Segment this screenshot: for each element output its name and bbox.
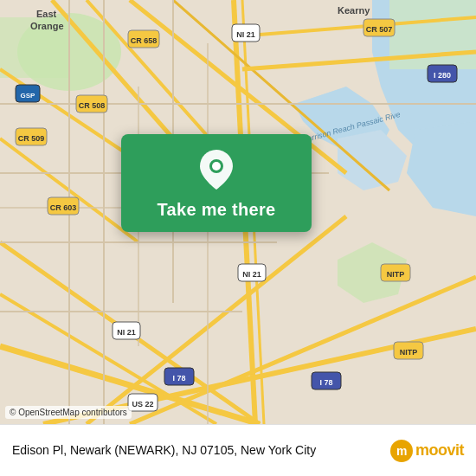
svg-text:US 22: US 22: [132, 400, 153, 408]
svg-text:NITP: NITP: [387, 270, 405, 279]
svg-text:Orange: Orange: [30, 21, 64, 31]
svg-text:CR 603: CR 603: [50, 203, 77, 212]
svg-text:I 78: I 78: [172, 374, 185, 383]
take-me-there-button[interactable]: Take me there: [121, 134, 312, 232]
osm-attribution: © OpenStreetMap contributors: [5, 406, 132, 419]
svg-point-70: [212, 162, 221, 170]
svg-text:NITP: NITP: [400, 348, 418, 357]
moovit-logo-mark: m: [390, 440, 413, 462]
svg-text:NI 21: NI 21: [242, 270, 261, 279]
location-pin-icon: [200, 150, 233, 193]
take-me-there-label: Take me there: [158, 200, 276, 220]
svg-text:NI 21: NI 21: [117, 328, 136, 337]
info-bar: Edison Pl, Newark (NEWARK), NJ 07105, Ne…: [0, 424, 476, 476]
svg-text:Kearny: Kearny: [338, 5, 370, 16]
map-view: Harrison Reach Passaic Rive CR 658 NI 21…: [0, 0, 476, 424]
svg-text:East: East: [36, 9, 57, 19]
svg-text:NI 21: NI 21: [236, 30, 255, 39]
svg-text:I 280: I 280: [434, 71, 451, 80]
svg-text:GSP: GSP: [21, 92, 36, 100]
svg-text:CR 507: CR 507: [366, 25, 393, 34]
svg-text:CR 509: CR 509: [18, 134, 45, 143]
svg-text:CR 658: CR 658: [131, 36, 158, 45]
svg-text:I 78: I 78: [319, 378, 332, 387]
address-text: Edison Pl, Newark (NEWARK), NJ 07105, Ne…: [12, 442, 390, 458]
moovit-logo: m moovit: [390, 440, 464, 462]
svg-text:CR 508: CR 508: [79, 101, 106, 110]
